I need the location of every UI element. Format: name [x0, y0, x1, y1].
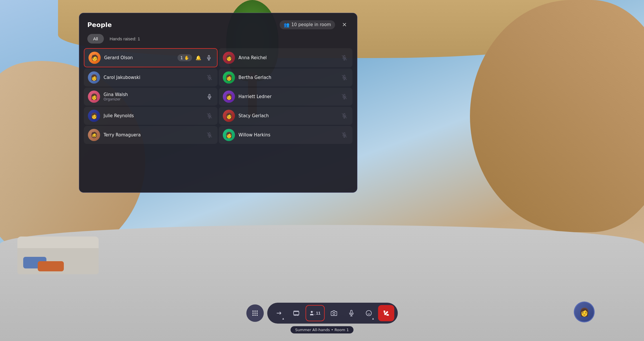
avatar-gina: 👩 — [88, 91, 100, 103]
people-count-badge: 👥 10 people in room — [280, 20, 335, 29]
tooltip: Summer All-hands • Room 1 — [291, 326, 354, 333]
avatar-gerard: 🧑 — [88, 52, 101, 64]
hand-raised-badge-gerard: 1 ✋ — [178, 54, 192, 61]
svg-point-33 — [256, 313, 258, 314]
mic-muted-icon-anna — [340, 54, 348, 62]
svg-point-32 — [254, 313, 256, 314]
people-button-icon — [310, 310, 315, 316]
close-button[interactable]: ✕ — [340, 20, 349, 29]
person-actions-anna — [340, 54, 348, 62]
mic-muted-icon-carol — [205, 73, 214, 82]
avatar-anna: 👩 — [223, 52, 235, 64]
mic-muted-icon-julie — [205, 112, 214, 120]
avatar-bertha: 👩 — [223, 71, 235, 84]
person-name-terry: Terry Romaguera — [104, 132, 202, 138]
mic-muted-icon-harriett — [340, 93, 348, 101]
person-info-anna: Anna Reichel — [238, 55, 337, 60]
right-user-avatar: 👩 — [574, 302, 595, 322]
mic-on-icon-gerard — [205, 54, 213, 62]
panel-header-right: 👥 10 people in room ✕ — [280, 20, 349, 29]
camera-icon — [331, 310, 337, 316]
avatar-stacy: 👩 — [223, 110, 235, 122]
person-row-anna[interactable]: 👩Anna Reichel — [219, 48, 352, 67]
person-name-harriett: Harriett Ledner — [238, 94, 337, 99]
person-info-stacy: Stacy Gerlach — [238, 113, 337, 118]
tooltip-text: Summer All-hands • Room 1 — [295, 328, 349, 332]
person-info-gina: Gina WalshOrganizer — [104, 92, 202, 101]
people-panel: People 👥 10 people in room ✕ All Hands r… — [79, 13, 357, 193]
mic-on-icon-gina — [205, 93, 214, 101]
slides-icon — [293, 310, 299, 316]
cushion-orange — [38, 261, 64, 271]
mic-button[interactable] — [343, 305, 359, 321]
toolbar-main: ▲ 11 — [267, 303, 398, 324]
camera-button[interactable] — [326, 305, 342, 321]
person-actions-willow — [340, 131, 348, 139]
tab-hands-raised[interactable]: Hands raised: 1 — [106, 34, 144, 44]
person-row-bertha[interactable]: 👩Bertha Gerlach — [219, 68, 352, 86]
person-name-carol: Carol Jakubowski — [104, 75, 202, 80]
person-info-julie: Julie Reynolds — [104, 113, 202, 118]
person-actions-stacy — [340, 112, 348, 120]
person-name-gina: Gina Walsh — [104, 92, 202, 97]
person-info-bertha: Bertha Gerlach — [238, 75, 337, 80]
avatar-julie: 👩 — [88, 110, 100, 122]
end-call-button[interactable] — [378, 305, 394, 321]
person-row-gerard[interactable]: 🧑Gerard Olson1 ✋🔔 — [84, 48, 218, 67]
person-info-terry: Terry Romaguera — [104, 132, 202, 138]
slides-button[interactable] — [288, 305, 304, 321]
people-count-icon: 👥 — [284, 22, 290, 28]
emoji-arrow: ▲ — [372, 317, 375, 320]
mic-muted-icon-stacy — [340, 112, 348, 120]
toolbar: ▲ 11 — [246, 303, 398, 324]
mic-muted-icon-willow — [340, 131, 348, 139]
grid-button[interactable] — [246, 304, 264, 322]
share-button[interactable]: ▲ — [271, 305, 287, 321]
people-grid: 🧑Gerard Olson1 ✋🔔 👩Anna Reichel 👩Carol J… — [79, 48, 357, 149]
person-name-stacy: Stacy Gerlach — [238, 113, 337, 118]
tab-all[interactable]: All — [87, 34, 104, 44]
person-row-julie[interactable]: 👩Julie Reynolds — [84, 107, 218, 125]
person-row-carol[interactable]: 👩Carol Jakubowski — [84, 68, 218, 86]
svg-point-35 — [254, 315, 256, 316]
share-icon — [276, 310, 282, 316]
person-info-harriett: Harriett Ledner — [238, 94, 337, 99]
person-info-carol: Carol Jakubowski — [104, 75, 202, 80]
person-info-willow: Willow Harkins — [238, 132, 337, 138]
share-arrow: ▲ — [282, 317, 285, 320]
person-row-harriett[interactable]: 👩Harriett Ledner — [219, 88, 352, 106]
person-info-gerard: Gerard Olson — [104, 55, 174, 60]
people-count: 11 — [316, 311, 321, 315]
svg-point-45 — [311, 311, 313, 313]
mic-muted-icon-terry — [205, 131, 214, 139]
avatar-willow: 👩 — [223, 129, 235, 141]
person-role-gina: Organizer — [104, 97, 202, 101]
right-avatar-emoji: 👩 — [579, 307, 589, 317]
person-name-anna: Anna Reichel — [238, 55, 337, 60]
person-row-gina[interactable]: 👩Gina WalshOrganizer — [84, 88, 218, 106]
mic-muted-icon-bertha — [340, 73, 348, 82]
panel-title: People — [87, 21, 112, 28]
person-row-willow[interactable]: 👩Willow Harkins — [219, 126, 352, 144]
panel-tabs: All Hands raised: 1 — [79, 34, 357, 48]
people-button[interactable]: 11 — [305, 305, 325, 321]
svg-point-46 — [333, 312, 335, 314]
people-count-label: 10 people in room — [291, 22, 331, 27]
svg-rect-38 — [294, 312, 299, 315]
person-name-willow: Willow Harkins — [238, 132, 337, 138]
person-name-julie: Julie Reynolds — [104, 113, 202, 118]
svg-point-29 — [254, 311, 256, 312]
emoji-icon — [366, 310, 372, 316]
person-actions-carol — [205, 73, 214, 82]
mic-icon — [348, 310, 354, 316]
grid-icon — [252, 310, 258, 316]
person-name-bertha: Bertha Gerlach — [238, 75, 337, 80]
avatar-harriett: 👩 — [223, 91, 235, 103]
emoji-button[interactable]: ▲ — [361, 305, 377, 321]
person-actions-julie — [205, 112, 214, 120]
person-row-terry[interactable]: 🧔Terry Romaguera — [84, 126, 218, 144]
end-call-phone-icon — [383, 310, 390, 317]
person-row-stacy[interactable]: 👩Stacy Gerlach — [219, 107, 352, 125]
person-actions-terry — [205, 131, 214, 139]
bell-icon-gerard: 🔔 — [194, 54, 202, 62]
